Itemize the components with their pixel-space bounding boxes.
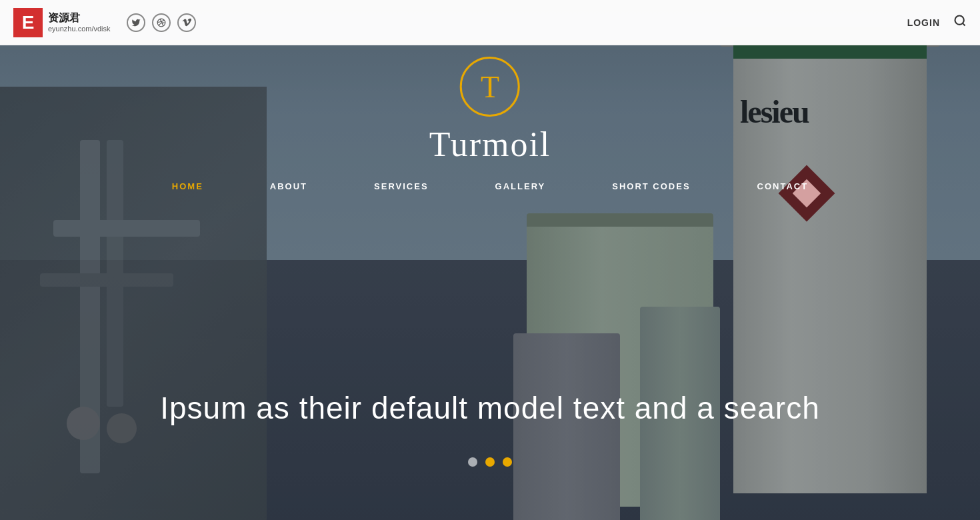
nav-item-gallery[interactable]: GALLERY bbox=[462, 173, 579, 199]
nav-item-about[interactable]: ABOUT bbox=[237, 173, 341, 199]
logo-url: eyunzhu.com/vdisk bbox=[48, 25, 111, 33]
vimeo-icon[interactable] bbox=[177, 13, 196, 32]
slider-dot-3[interactable] bbox=[503, 457, 512, 467]
nav-item-services[interactable]: SERVICES bbox=[341, 173, 462, 199]
search-icon[interactable] bbox=[953, 14, 967, 31]
twitter-icon[interactable] bbox=[127, 13, 145, 32]
slider-dots bbox=[468, 457, 512, 467]
logo-box[interactable]: E bbox=[13, 8, 43, 37]
login-button[interactable]: LOGIN bbox=[907, 17, 940, 28]
main-nav: HOME ABOUT SERVICES GALLERY SHORT CODES … bbox=[0, 173, 980, 199]
site-logo-section: T Turmoil bbox=[429, 57, 551, 164]
slider-dot-1[interactable] bbox=[468, 457, 477, 467]
site-title: Turmoil bbox=[429, 125, 551, 164]
social-icons bbox=[127, 13, 196, 32]
right-controls: LOGIN bbox=[907, 14, 967, 31]
logo-area: E 资源君 eyunzhu.com/vdisk bbox=[13, 8, 196, 37]
site-logo-circle: T bbox=[460, 57, 520, 117]
slider-dot-2[interactable] bbox=[485, 457, 495, 467]
site-logo-letter: T bbox=[481, 69, 499, 105]
topbar: E 资源君 eyunzhu.com/vdisk bbox=[0, 0, 980, 45]
hero-headline: Ipsum as their default model text and a … bbox=[27, 390, 953, 427]
nav-item-contact[interactable]: CONTACT bbox=[724, 173, 842, 199]
svg-line-2 bbox=[963, 23, 965, 26]
svg-point-1 bbox=[955, 16, 964, 25]
logo-text: 资源君 eyunzhu.com/vdisk bbox=[48, 11, 111, 33]
nav-item-home[interactable]: HOME bbox=[139, 173, 237, 199]
hero-text-section: Ipsum as their default model text and a … bbox=[0, 390, 980, 427]
logo-name: 资源君 bbox=[48, 11, 111, 24]
hero-section: lesieu T Turmoil bbox=[0, 0, 980, 520]
nav-item-shortcodes[interactable]: SHORT CODES bbox=[579, 173, 723, 199]
dribbble-icon[interactable] bbox=[152, 13, 171, 32]
